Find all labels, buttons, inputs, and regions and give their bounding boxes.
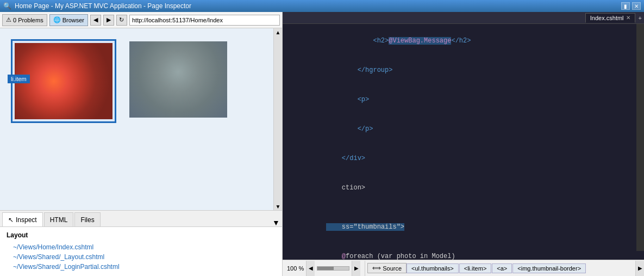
- title-bar: 🔍 Home Page - My ASP.NET MVC Application…: [0, 0, 644, 12]
- browser-label: Browser: [62, 17, 84, 23]
- editor-tab-label: Index.cshtml: [590, 15, 624, 21]
- browser-button[interactable]: 🌐 Browser: [49, 14, 88, 26]
- code-area: <h2>@ViewBag.Message</h2> </hgroup> <p> …: [283, 24, 644, 260]
- code-line-3: <p>: [287, 85, 640, 114]
- breadcrumb-li[interactable]: <li.item>: [459, 263, 492, 273]
- layout-panel: Layout ~/Views/Home/Index.cshtml ~/Views…: [0, 226, 282, 276]
- source-button[interactable]: ⟺ Source: [367, 263, 407, 273]
- left-panel: ⚠ 0 Problems 🌐 Browser ◀ ▶ ↻ li.item: [0, 12, 283, 276]
- close-button[interactable]: ✕: [632, 2, 641, 10]
- browser-icon: 🌐: [53, 16, 61, 23]
- window-title: Home Page - My ASP.NET MVC Application -…: [15, 2, 191, 10]
- breadcrumb-a[interactable]: <a>: [492, 263, 512, 273]
- app-icon: 🔍: [3, 2, 11, 10]
- source-icon: ⟺: [372, 265, 381, 272]
- editor-tab-bar: Index.cshtml ✕ +: [283, 12, 644, 24]
- address-bar[interactable]: [129, 15, 280, 26]
- zoom-scroll-right[interactable]: ▶: [352, 261, 360, 276]
- toolbar: ⚠ 0 Problems 🌐 Browser ◀ ▶ ↻: [0, 12, 282, 28]
- problems-label: 0 Problems: [13, 17, 43, 23]
- refresh-button[interactable]: ↻: [116, 15, 127, 26]
- bottom-tabs: ↖ Inspect HTML Files ▼: [0, 210, 282, 226]
- code-line-6: ction>: [287, 173, 640, 203]
- code-line-4: </p>: [287, 114, 640, 144]
- code-line-9: @foreach (var photo in Model): [287, 242, 640, 260]
- inspect-label: Inspect: [16, 216, 37, 224]
- layout-link-layout[interactable]: ~/Views/Shared/_Layout.cshtml: [7, 252, 276, 262]
- code-line-8: ss="thumbnails">: [287, 212, 640, 242]
- code-line-2: </hgroup>: [287, 56, 640, 85]
- photo-item[interactable]: [127, 39, 229, 123]
- code-line-1: <h2>@ViewBag.Message</h2>: [287, 26, 640, 56]
- koala-photo: [129, 41, 227, 118]
- code-bottom-bar: 100 % ◀ ▶ ⟺ Source <ul.thumbnails> <li.i…: [283, 260, 644, 276]
- breadcrumb-scroll-right[interactable]: ▶: [635, 261, 644, 276]
- li-item-badge: li.item: [8, 75, 30, 83]
- code-line-5: </div>: [287, 144, 640, 173]
- title-bar-left: 🔍 Home Page - My ASP.NET MVC Application…: [3, 2, 191, 10]
- scroll-up[interactable]: ▲: [274, 28, 282, 36]
- code-line-7: [287, 203, 640, 212]
- problems-button[interactable]: ⚠ 0 Problems: [2, 14, 47, 26]
- layout-link-login[interactable]: ~/Views/Shared/_LoginPartial.cshtml: [7, 262, 276, 272]
- tab-files[interactable]: Files: [74, 212, 100, 226]
- layout-link-index[interactable]: ~/Views/Home/Index.cshtml: [7, 242, 276, 252]
- tab-inspect[interactable]: ↖ Inspect: [2, 212, 43, 226]
- editor-pin[interactable]: +: [639, 15, 642, 21]
- vertical-scrollbar[interactable]: ▲ ▼: [273, 28, 282, 210]
- code-content: <h2>@ViewBag.Message</h2> </hgroup> <p> …: [283, 24, 644, 260]
- editor-tab-index[interactable]: Index.cshtml ✕: [585, 13, 635, 23]
- editor-tab-close[interactable]: ✕: [626, 15, 630, 21]
- layout-title: Layout: [7, 231, 276, 239]
- inspect-icon: ↖: [8, 216, 14, 224]
- forward-button[interactable]: ▶: [103, 15, 114, 26]
- main-container: ⚠ 0 Problems 🌐 Browser ◀ ▶ ↻ li.item: [0, 12, 644, 276]
- files-label: Files: [80, 216, 94, 224]
- tab-html[interactable]: HTML: [44, 212, 74, 226]
- tabs-expand[interactable]: ▼: [272, 219, 280, 226]
- title-bar-controls: ▮ ✕: [621, 2, 641, 10]
- zoom-scroll-left[interactable]: ◀: [306, 261, 315, 276]
- browser-area: li.item ▲ ▼: [0, 28, 282, 210]
- right-panel: Index.cshtml ✕ + <h2>@ViewBag.Message</h…: [283, 12, 644, 276]
- back-button[interactable]: ◀: [90, 15, 101, 26]
- zoom-value: 100 %: [287, 265, 304, 272]
- pin-button[interactable]: ▮: [621, 2, 630, 10]
- koala-image: [129, 41, 227, 118]
- breadcrumb-img[interactable]: <img.thumbnail-border>: [512, 263, 586, 273]
- html-label: HTML: [50, 216, 68, 224]
- breadcrumb-ul[interactable]: <ul.thumbnails>: [407, 263, 459, 273]
- source-label: Source: [383, 265, 402, 272]
- zoom-slider[interactable]: [317, 266, 349, 271]
- zoom-area: 100 % ◀ ▶: [283, 261, 365, 276]
- scroll-down[interactable]: ▼: [274, 203, 282, 210]
- breadcrumb: ⟺ Source <ul.thumbnails> <li.item> <a> <…: [365, 263, 635, 273]
- problems-icon: ⚠: [6, 16, 11, 23]
- photo-grid: [0, 28, 282, 134]
- code-scrollbar-vertical[interactable]: [636, 24, 644, 251]
